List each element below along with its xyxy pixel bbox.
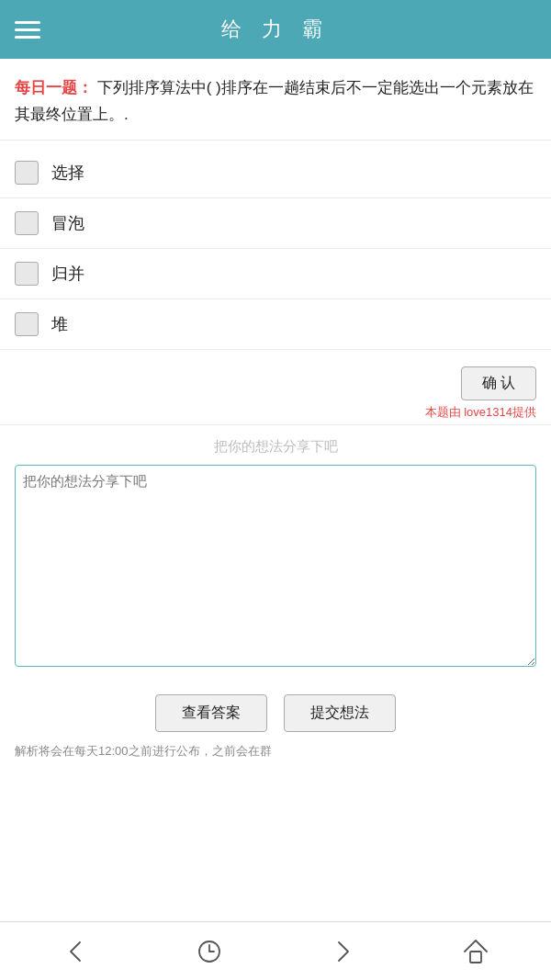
source-text: 本题由 love1314提供 [425, 404, 536, 421]
back-icon [62, 937, 91, 966]
home-button[interactable] [452, 928, 500, 975]
thought-placeholder: 把你的想法分享下吧 [15, 433, 536, 465]
option-B[interactable]: 冒泡 [0, 198, 551, 249]
confirm-button[interactable]: 确 认 [461, 366, 536, 400]
question-body: 下列排序算法中( )排序在一趟结束后不一定能选出一个元素放在其最终位置上。. [15, 79, 534, 123]
question-label: 每日一题： [15, 79, 93, 96]
checkbox-A[interactable] [15, 161, 39, 185]
option-C-label: 归并 [51, 263, 84, 285]
question-section: 每日一题： 下列排序算法中( )排序在一趟结束后不一定能选出一个元素放在其最终位… [0, 59, 551, 141]
thought-textarea[interactable] [15, 465, 536, 667]
notice-text: 解析将会在每天12:00之前进行公布，之前会在群 [0, 741, 551, 767]
app-header: 给 力 霸 [0, 0, 551, 59]
back-button[interactable] [52, 928, 100, 975]
forward-icon [328, 937, 357, 966]
option-A[interactable]: 选择 [0, 148, 551, 198]
thought-section: 把你的想法分享下吧 [0, 424, 551, 681]
action-row: 查看答案 提交想法 [0, 681, 551, 741]
svg-rect-1 [470, 952, 481, 963]
app-title: 给 力 霸 [221, 16, 330, 43]
option-B-label: 冒泡 [51, 212, 84, 234]
option-A-label: 选择 [51, 162, 84, 184]
bottom-nav [0, 921, 551, 980]
checkbox-D[interactable] [15, 312, 39, 336]
option-D[interactable]: 堆 [0, 299, 551, 350]
history-button[interactable] [186, 928, 233, 975]
forward-button[interactable] [319, 928, 366, 975]
confirm-row: 确 认 本题由 love1314提供 [0, 357, 551, 424]
options-section: 选择 冒泡 归并 堆 [0, 141, 551, 357]
option-D-label: 堆 [51, 313, 68, 335]
history-icon [195, 937, 224, 966]
home-icon [461, 937, 490, 966]
submit-thought-button[interactable]: 提交想法 [284, 694, 396, 732]
question-text: 每日一题： 下列排序算法中( )排序在一趟结束后不一定能选出一个元素放在其最终位… [15, 75, 536, 129]
menu-icon[interactable] [15, 21, 40, 39]
view-answer-button[interactable]: 查看答案 [155, 694, 267, 732]
checkbox-B[interactable] [15, 211, 39, 235]
option-C[interactable]: 归并 [0, 249, 551, 299]
main-content: 每日一题： 下列排序算法中( )排序在一趟结束后不一定能选出一个元素放在其最终位… [0, 59, 551, 921]
checkbox-C[interactable] [15, 262, 39, 286]
